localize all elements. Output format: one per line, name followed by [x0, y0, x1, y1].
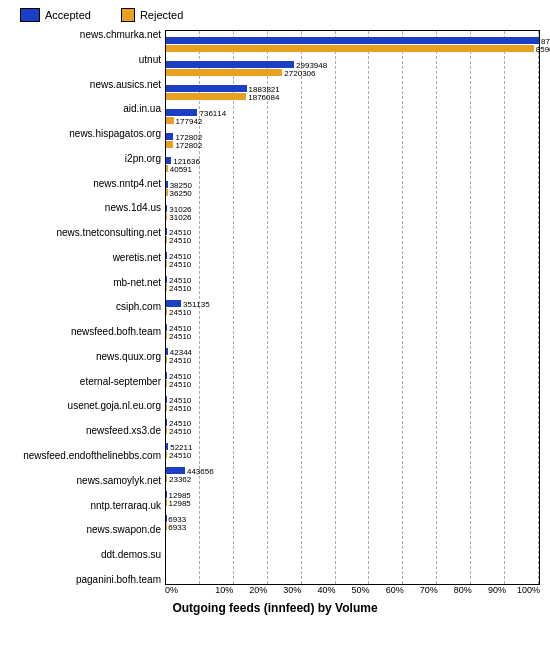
- legend-accepted: Accepted: [20, 8, 91, 22]
- legend-rejected-label: Rejected: [140, 9, 183, 21]
- y-label: eternal-september: [80, 377, 161, 387]
- bar-rejected-label: 24510: [167, 236, 191, 245]
- bar-rejected: [166, 93, 246, 100]
- x-tick: 70%: [404, 585, 438, 595]
- y-label: news.nntp4.net: [93, 179, 161, 189]
- bar-row: 3102631026: [166, 200, 539, 224]
- bar-row: 35113524510: [166, 296, 539, 320]
- bar-rejected-label: 24510: [167, 260, 191, 269]
- bar-row: 29939482720306: [166, 57, 539, 81]
- y-label: news.quux.org: [96, 352, 161, 362]
- bar-rejected-label: 31026: [167, 213, 191, 222]
- bar-accepted: [166, 109, 197, 116]
- bar-rejected-label: 36250: [168, 189, 192, 198]
- y-label: usenet.goja.nl.eu.org: [68, 401, 161, 411]
- bar-rejected-label: 12985: [167, 499, 191, 508]
- bar-rejected-label: 40591: [168, 165, 192, 174]
- x-tick: 100%: [506, 585, 540, 595]
- bar-rejected-label: 24510: [167, 332, 191, 341]
- bar-row: 12163640591: [166, 152, 539, 176]
- bar-rejected-label: 24510: [167, 427, 191, 436]
- y-label: paganini.bofh.team: [76, 575, 161, 585]
- bar-rejected-label: 24510: [167, 451, 191, 460]
- x-tick: 40%: [301, 585, 335, 595]
- y-label: utnut: [139, 55, 161, 65]
- bar-row: 2451024510: [166, 415, 539, 439]
- bar-rejected-label: 24510: [167, 308, 191, 317]
- y-label: news.hispagatos.org: [69, 129, 161, 139]
- bar-rejected-label: 2720306: [282, 69, 315, 78]
- bar-row: 736114177942: [166, 105, 539, 129]
- y-label: i2pn.org: [125, 154, 161, 164]
- y-label: newsfeed.xs3.de: [86, 426, 161, 436]
- y-label: ddt.demos.su: [101, 550, 161, 560]
- bar-rejected-label: 24510: [167, 356, 191, 365]
- bar-row: 4234424510: [166, 343, 539, 367]
- bar-rejected-label: 23362: [167, 475, 191, 484]
- bar-rejected: [166, 117, 174, 124]
- bar-row: 2451024510: [166, 224, 539, 248]
- bar-rejected-label: 172802: [173, 141, 202, 150]
- bar-row: [166, 558, 539, 582]
- x-tick: 60%: [370, 585, 404, 595]
- y-label: mb-net.net: [113, 278, 161, 288]
- bar-accepted: [166, 467, 185, 474]
- legend-accepted-box: [20, 8, 40, 22]
- y-label: newsfeed.endofthelinebbs.com: [23, 451, 161, 461]
- y-label: news.1d4.us: [105, 203, 161, 213]
- legend-rejected-box: [121, 8, 135, 22]
- chart-title: Outgoing feeds (innfeed) by Volume: [10, 601, 540, 615]
- y-axis-labels: news.chmurka.netutnutnews.ausics.netaid.…: [10, 30, 165, 585]
- bar-rejected-label: 1876084: [246, 93, 279, 102]
- y-label: newsfeed.bofh.team: [71, 327, 161, 337]
- legend: Accepted Rejected: [10, 8, 540, 22]
- bar-accepted: [166, 300, 181, 307]
- y-label: news.ausics.net: [90, 80, 161, 90]
- legend-accepted-label: Accepted: [45, 9, 91, 21]
- y-label: news.chmurka.net: [80, 30, 161, 40]
- bar-row: [166, 534, 539, 558]
- chart-container: Accepted Rejected news.chmurka.netutnutn…: [0, 0, 550, 655]
- bar-row: 2451024510: [166, 391, 539, 415]
- x-axis-ticks: 0%10%20%30%40%50%60%70%80%90%100%: [10, 585, 540, 595]
- y-label: news.swapon.de: [87, 525, 162, 535]
- bar-row: 1298512985: [166, 487, 539, 511]
- bar-row: 5221124510: [166, 439, 539, 463]
- x-tick: 0%: [165, 585, 199, 595]
- bar-rejected-label: 177942: [174, 117, 203, 126]
- bar-rejected-label: 24510: [167, 380, 191, 389]
- bar-rejected: [166, 45, 534, 52]
- x-tick: 20%: [233, 585, 267, 595]
- bar-row: 3825036250: [166, 176, 539, 200]
- x-tick: 90%: [472, 585, 506, 595]
- bar-accepted: [166, 85, 247, 92]
- x-tick: 80%: [438, 585, 472, 595]
- bar-rejected-label: 6933: [166, 523, 186, 532]
- legend-rejected: Rejected: [121, 8, 183, 22]
- bar-accepted: [166, 37, 539, 44]
- bar-rejected-label: 24510: [167, 404, 191, 413]
- bar-rejected: [166, 141, 173, 148]
- bar-row: 44365623362: [166, 463, 539, 487]
- x-tick: 10%: [199, 585, 233, 595]
- bar-accepted: [166, 61, 294, 68]
- y-label: news.tnetconsulting.net: [56, 228, 161, 238]
- y-label: csiph.com: [116, 302, 161, 312]
- bar-row: 87194788596703: [166, 33, 539, 57]
- bar-rejected-label: 8596703: [534, 45, 550, 54]
- y-label: aid.in.ua: [123, 104, 161, 114]
- bar-row: 69336933: [166, 511, 539, 535]
- bar-row: 2451024510: [166, 272, 539, 296]
- bar-row: 2451024510: [166, 320, 539, 344]
- bar-row: 172802172802: [166, 129, 539, 153]
- bar-rejected: [166, 69, 282, 76]
- y-label: nntp.terraraq.uk: [90, 501, 161, 511]
- bar-row: 18838211876084: [166, 81, 539, 105]
- bar-row: 2451024510: [166, 248, 539, 272]
- x-tick: 30%: [267, 585, 301, 595]
- bar-row: 2451024510: [166, 367, 539, 391]
- x-tick: 50%: [335, 585, 369, 595]
- bar-accepted: [166, 133, 173, 140]
- y-label: news.samoylyk.net: [77, 476, 161, 486]
- y-label: weretis.net: [113, 253, 161, 263]
